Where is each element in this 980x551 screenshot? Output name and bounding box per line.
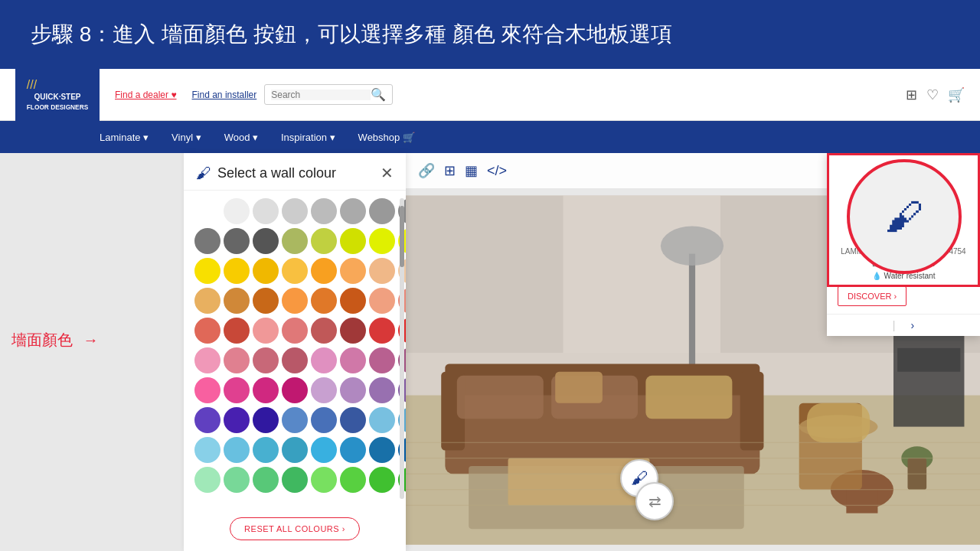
- color-swatch[interactable]: [340, 318, 366, 344]
- color-swatch[interactable]: [282, 377, 308, 403]
- color-swatch[interactable]: [194, 377, 220, 403]
- search-input[interactable]: [271, 90, 371, 100]
- share-icon[interactable]: 🔗: [418, 162, 435, 179]
- color-swatch[interactable]: [340, 407, 366, 433]
- color-swatch[interactable]: [369, 288, 395, 314]
- discover-button[interactable]: DISCOVER ›: [838, 286, 906, 306]
- color-swatch[interactable]: [224, 347, 250, 373]
- color-swatch[interactable]: [369, 377, 395, 403]
- color-swatch[interactable]: [369, 258, 395, 284]
- scroll-indicator[interactable]: [400, 198, 404, 499]
- paint-roller-large-icon: 🖌: [885, 194, 923, 239]
- color-swatch[interactable]: [224, 258, 250, 284]
- nav-laminate[interactable]: Laminate ▾: [100, 132, 149, 143]
- nav-wood[interactable]: Wood ▾: [224, 132, 258, 143]
- color-swatch[interactable]: [311, 407, 337, 433]
- color-swatch[interactable]: [224, 198, 250, 224]
- color-swatch[interactable]: [253, 318, 279, 344]
- color-swatch[interactable]: [340, 467, 366, 493]
- grid-view-icon[interactable]: ▦: [465, 162, 478, 179]
- color-swatch[interactable]: [340, 347, 366, 373]
- color-swatch[interactable]: [311, 198, 337, 224]
- color-swatch[interactable]: [369, 347, 395, 373]
- color-swatch[interactable]: [253, 407, 279, 433]
- color-swatch[interactable]: [224, 377, 250, 403]
- color-swatch[interactable]: [194, 258, 220, 284]
- cart-icon[interactable]: 🛒: [948, 86, 965, 103]
- color-swatch[interactable]: [282, 347, 308, 373]
- color-swatch[interactable]: [224, 437, 250, 463]
- color-swatch[interactable]: [311, 377, 337, 403]
- color-swatch[interactable]: [369, 407, 395, 433]
- paint-icon-highlight[interactable]: 🖌: [847, 159, 962, 274]
- color-swatch[interactable]: [282, 318, 308, 344]
- color-swatch[interactable]: [340, 198, 366, 224]
- color-swatch[interactable]: [194, 228, 220, 254]
- nav-webshop[interactable]: Webshop 🛒: [358, 132, 415, 143]
- color-swatch[interactable]: [282, 198, 308, 224]
- color-swatch[interactable]: [340, 228, 366, 254]
- color-swatch[interactable]: [253, 198, 279, 224]
- color-swatch[interactable]: [340, 258, 366, 284]
- find-dealer-link[interactable]: Find a dealer ♥: [115, 90, 177, 100]
- reset-all-colours-button[interactable]: RESET ALL COLOURS ›: [230, 517, 360, 540]
- color-swatch[interactable]: [194, 407, 220, 433]
- nav-icons: ⊞ ♡ 🛒: [906, 86, 965, 103]
- nav-vinyl[interactable]: Vinyl ▾: [172, 132, 201, 143]
- color-swatch[interactable]: [340, 288, 366, 314]
- color-swatch[interactable]: [224, 228, 250, 254]
- color-swatch[interactable]: [194, 288, 220, 314]
- find-installer-link[interactable]: Find an installer: [192, 90, 257, 100]
- card-next-icon[interactable]: ›: [910, 319, 914, 331]
- color-swatch[interactable]: [311, 288, 337, 314]
- color-swatch[interactable]: [282, 288, 308, 314]
- logo[interactable]: /// QUICK·STEPFLOOR DESIGNERS: [15, 69, 100, 121]
- color-swatch[interactable]: [340, 377, 366, 403]
- color-swatch[interactable]: [194, 347, 220, 373]
- color-swatch[interactable]: [253, 377, 279, 403]
- color-swatch[interactable]: [311, 437, 337, 463]
- color-swatch[interactable]: [369, 467, 395, 493]
- nav-inspiration[interactable]: Inspiration ▾: [281, 132, 335, 143]
- heart-icon[interactable]: ♡: [926, 86, 939, 103]
- grid-icon[interactable]: ⊞: [906, 86, 917, 103]
- color-swatch[interactable]: [224, 288, 250, 314]
- color-swatch[interactable]: [194, 467, 220, 493]
- color-swatch[interactable]: [369, 228, 395, 254]
- color-swatch[interactable]: [340, 437, 366, 463]
- color-swatch[interactable]: [369, 198, 395, 224]
- color-swatch[interactable]: [253, 467, 279, 493]
- color-swatch[interactable]: [282, 407, 308, 433]
- color-swatch[interactable]: [194, 198, 220, 224]
- color-swatch[interactable]: [253, 228, 279, 254]
- color-swatch[interactable]: [282, 228, 308, 254]
- color-swatch[interactable]: [224, 318, 250, 344]
- color-swatch[interactable]: [311, 467, 337, 493]
- color-swatch[interactable]: [311, 228, 337, 254]
- color-swatch[interactable]: [253, 288, 279, 314]
- card-prev-icon[interactable]: |: [893, 319, 896, 331]
- search-icon[interactable]: 🔍: [371, 87, 386, 102]
- color-swatch[interactable]: [369, 318, 395, 344]
- color-swatch[interactable]: [311, 318, 337, 344]
- nav-bottom: Laminate ▾ Vinyl ▾ Wood ▾ Inspiration ▾ …: [0, 121, 980, 153]
- swap-button[interactable]: ⇄: [635, 482, 674, 520]
- search-bar[interactable]: 🔍: [264, 84, 393, 105]
- color-swatch[interactable]: [282, 437, 308, 463]
- color-swatch[interactable]: [253, 437, 279, 463]
- color-swatch[interactable]: [224, 467, 250, 493]
- color-swatch[interactable]: [253, 258, 279, 284]
- color-swatch[interactable]: [224, 407, 250, 433]
- color-swatch[interactable]: [194, 318, 220, 344]
- color-swatch[interactable]: [282, 467, 308, 493]
- color-swatch[interactable]: [311, 347, 337, 373]
- close-button[interactable]: ✕: [381, 164, 394, 182]
- color-swatch[interactable]: [311, 258, 337, 284]
- color-swatch[interactable]: [253, 347, 279, 373]
- color-swatch[interactable]: [369, 437, 395, 463]
- code-icon[interactable]: </>: [487, 163, 507, 179]
- color-swatch[interactable]: [282, 258, 308, 284]
- card-navigation: | ›: [827, 314, 980, 336]
- layout-icon[interactable]: ⊞: [444, 162, 456, 179]
- color-swatch[interactable]: [194, 437, 220, 463]
